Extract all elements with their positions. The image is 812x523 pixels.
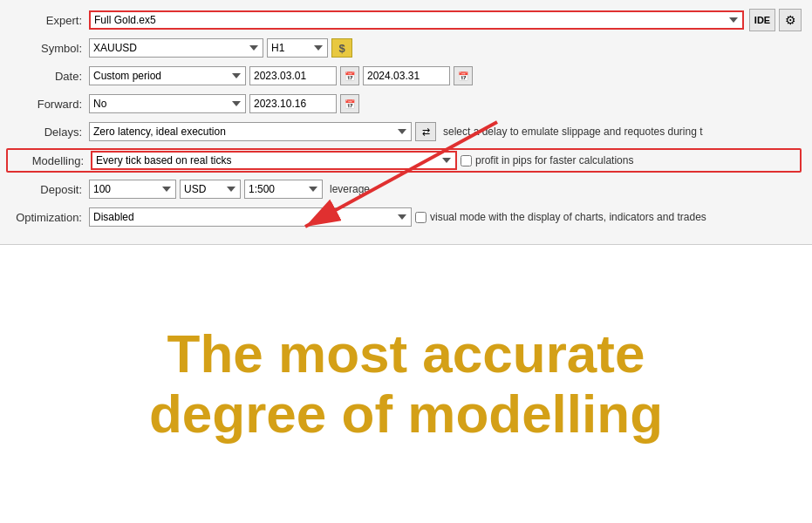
date-from-calendar-button[interactable]: 📅 [340, 66, 359, 85]
deposit-select[interactable]: 100 [89, 180, 176, 199]
big-text-area: The most accurate degree of modelling [0, 245, 812, 523]
modelling-checkbox-text: profit in pips for faster calculations [475, 154, 633, 166]
delays-label: Delays: [10, 126, 89, 139]
dollar-button[interactable]: $ [331, 38, 352, 58]
expert-label: Expert: [10, 14, 89, 27]
leverage-label: leverage [330, 183, 370, 195]
optimization-checkbox-text: visual mode with the display of charts, … [430, 211, 706, 223]
delays-hint: select a delay to emulate slippage and r… [443, 126, 703, 138]
symbol-select[interactable]: XAUUSD [89, 38, 263, 58]
modelling-checkbox-label[interactable]: profit in pips for faster calculations [461, 154, 633, 166]
optimization-select[interactable]: Disabled [89, 207, 412, 227]
currency-select[interactable]: USD [180, 180, 241, 199]
optimization-checkbox-label[interactable]: visual mode with the display of charts, … [415, 211, 706, 223]
big-text-line1: The most accurate [167, 324, 645, 384]
forward-date-calendar-button[interactable]: 📅 [340, 94, 359, 113]
forward-label: Forward: [10, 98, 89, 111]
modelling-checkbox[interactable] [461, 155, 472, 166]
modelling-row: Modelling: Every tick based on real tick… [6, 148, 802, 173]
timeframe-select[interactable]: H1 [267, 38, 328, 58]
date-from-input[interactable] [249, 66, 337, 85]
forward-select[interactable]: No [89, 94, 246, 113]
big-text-line2: degree of modelling [149, 384, 663, 444]
gear-button[interactable]: ⚙ [779, 9, 802, 31]
slippage-button[interactable]: ⇄ [415, 122, 436, 141]
symbol-label: Symbol: [10, 42, 89, 55]
date-to-input[interactable] [363, 66, 450, 85]
modelling-label: Modelling: [12, 154, 91, 167]
deposit-label: Deposit: [10, 183, 89, 196]
delays-select[interactable]: Zero latency, ideal execution [89, 122, 412, 141]
date-type-select[interactable]: Custom period [89, 66, 246, 85]
optimization-checkbox[interactable] [415, 212, 426, 223]
leverage-select[interactable]: 1:500 [244, 180, 323, 199]
date-label: Date: [10, 70, 89, 83]
optimization-label: Optimization: [10, 211, 89, 224]
expert-select[interactable]: Full Gold.ex5 [89, 10, 744, 30]
modelling-select[interactable]: Every tick based on real ticks [91, 151, 457, 170]
forward-date-input[interactable] [249, 94, 337, 113]
ide-button[interactable]: IDE [749, 9, 775, 31]
date-to-calendar-button[interactable]: 📅 [454, 66, 473, 85]
